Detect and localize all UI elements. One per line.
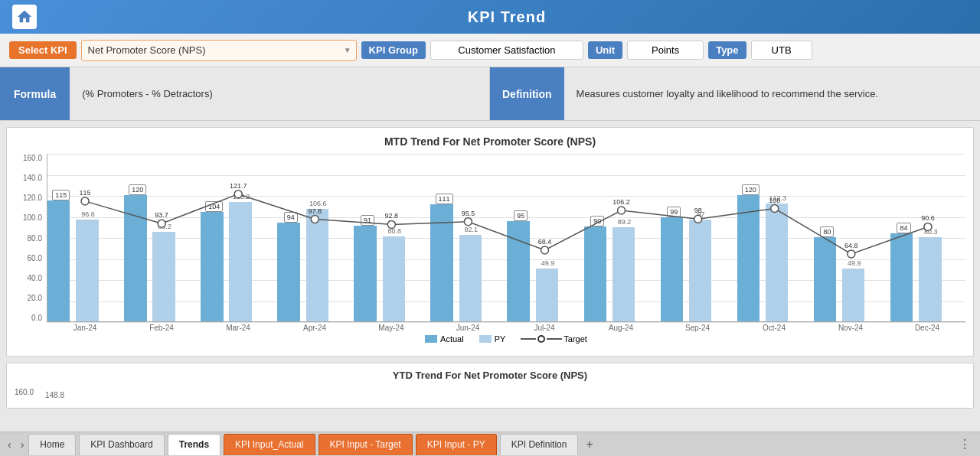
bar-py-label: 113.2 xyxy=(229,193,253,200)
month-group: 120112.3 xyxy=(737,154,812,321)
legend-target-line xyxy=(521,338,536,340)
bar-py-label: 85.2 xyxy=(152,223,176,230)
y-axis-label: 60.0 xyxy=(28,254,42,262)
unit-label: Unit xyxy=(588,41,622,59)
ytd-first-value: 148.8 xyxy=(45,391,64,399)
ytd-chart-title: YTD Trend For Net Promoter Score (NPS) xyxy=(15,370,965,381)
month-group: 11182.1 xyxy=(430,154,505,321)
tab-next-button[interactable]: › xyxy=(16,438,29,451)
month-group: 9180.8 xyxy=(354,154,429,321)
bar-actual-label: 104 xyxy=(202,203,226,210)
bar-actual-label: 111 xyxy=(432,195,456,203)
month-group: 104113.2 xyxy=(201,154,276,321)
formula-definition-row: Formula (% Promoters - % Detractors) Def… xyxy=(0,67,980,121)
formula-panel: Formula (% Promoters - % Detractors) xyxy=(0,67,490,120)
x-axis-label: Nov-24 xyxy=(812,324,889,332)
tab-kpi-input-actual[interactable]: KPI Input_Actual xyxy=(224,434,315,455)
bar-actual xyxy=(890,233,913,322)
y-axis-label: 40.0 xyxy=(28,274,42,282)
mtd-chart-title: MTD Trend For Net Promoter Score (NPS) xyxy=(15,135,965,148)
bar-actual xyxy=(661,217,683,321)
bar-py xyxy=(536,269,558,321)
x-axis-label: Feb-24 xyxy=(123,324,200,332)
bar-actual xyxy=(124,195,146,321)
month-group: 11596.6 xyxy=(47,154,122,321)
bar-actual-label: 115 xyxy=(49,191,73,199)
month-group: 9549.9 xyxy=(507,154,582,321)
y-axis-label: 100.0 xyxy=(23,213,42,222)
x-axis-label: Jan-24 xyxy=(47,324,123,332)
bar-py xyxy=(76,220,98,321)
kpi-group-value: Customer Satisfaction xyxy=(430,41,583,60)
tab-add-button[interactable]: + xyxy=(580,436,599,453)
mtd-chart-inner: 160.0140.0120.0100.080.060.040.020.00.0 … xyxy=(15,154,965,344)
bar-py xyxy=(152,232,175,321)
x-axis-label: Mar-24 xyxy=(200,324,276,332)
bar-py-label: 80.3 xyxy=(919,228,942,236)
bar-py xyxy=(459,235,482,321)
bar-py xyxy=(229,202,251,321)
legend-target: Target xyxy=(521,334,587,344)
tab-home[interactable]: Home xyxy=(28,434,76,455)
bar-py-label: 97 xyxy=(689,210,713,218)
definition-label: Definition xyxy=(490,67,564,120)
legend-actual-label: Actual xyxy=(440,334,464,344)
bar-py-label: 82.1 xyxy=(459,226,483,233)
definition-panel: Definition Measures customer loyalty and… xyxy=(490,67,980,120)
bar-py xyxy=(919,237,941,321)
legend-target-label: Target xyxy=(564,334,587,344)
bar-actual xyxy=(814,237,836,321)
month-group: 9089.2 xyxy=(584,154,659,321)
x-axis-label: May-24 xyxy=(353,324,430,332)
legend-py: PY xyxy=(479,334,506,344)
month-group: 94106.6 xyxy=(277,154,352,321)
month-group: 9997 xyxy=(661,154,736,321)
page-title: KPI Trend xyxy=(46,8,968,26)
month-group: 12085.2 xyxy=(124,154,199,321)
ytd-y-label: 160.0 xyxy=(15,388,34,396)
tab-kpi-definition[interactable]: KPI Definition xyxy=(500,434,579,455)
bar-actual-label: 84 xyxy=(892,224,916,232)
x-axis-label: Aug-24 xyxy=(583,324,659,332)
kpi-dropdown[interactable]: Net Promoter Score (NPS) ▼ xyxy=(81,40,357,61)
type-value: UTB xyxy=(751,41,812,60)
tab-prev-button[interactable]: ‹ xyxy=(3,438,16,451)
x-axis-label: Sep-24 xyxy=(659,324,736,332)
bar-py xyxy=(306,209,328,321)
tab-trends[interactable]: Trends xyxy=(168,434,220,455)
bar-py xyxy=(766,204,788,321)
bar-actual-label: 99 xyxy=(662,208,686,216)
tab-kpi-input---py[interactable]: KPI Input - PY xyxy=(416,434,497,455)
bar-actual-label: 90 xyxy=(586,217,609,225)
y-axis-label: 80.0 xyxy=(28,234,42,243)
select-kpi-button[interactable]: Select KPI xyxy=(9,41,77,59)
tab-kpi-input---target[interactable]: KPI Input - Target xyxy=(318,434,413,455)
bar-actual-label: 120 xyxy=(739,186,763,194)
bar-actual-label: 120 xyxy=(126,186,149,194)
bar-py-label: 49.9 xyxy=(842,259,866,267)
tab-menu-icon[interactable]: ⋮ xyxy=(952,437,977,451)
bar-py-label: 49.9 xyxy=(536,259,560,267)
x-axis-label: Apr-24 xyxy=(276,324,353,332)
y-axis-label: 140.0 xyxy=(23,174,42,182)
tab-bar: ‹ › HomeKPI DashboardTrendsKPI Input_Act… xyxy=(0,432,980,456)
y-axis-label: 160.0 xyxy=(23,154,42,162)
bar-actual xyxy=(47,200,70,321)
legend-target-circle xyxy=(537,335,545,343)
legend-actual: Actual xyxy=(425,334,464,344)
bar-actual xyxy=(507,221,529,321)
bar-actual-label: 80 xyxy=(815,228,839,236)
legend-py-box xyxy=(479,335,492,343)
home-icon[interactable] xyxy=(12,5,37,29)
bars-area: 11596.612085.2104113.294106.69180.811182… xyxy=(47,154,965,322)
bar-py-label: 80.8 xyxy=(383,227,407,235)
bar-actual xyxy=(737,195,760,321)
bar-py-label: 106.6 xyxy=(306,200,330,207)
bar-actual-label: 94 xyxy=(279,213,302,221)
app-header: KPI Trend xyxy=(0,0,980,34)
bar-actual xyxy=(277,223,299,321)
bar-py xyxy=(383,236,405,321)
x-axis-label: Oct-24 xyxy=(736,324,812,332)
mtd-chart-container: MTD Trend For Net Promoter Score (NPS) 1… xyxy=(6,127,974,357)
tab-kpi-dashboard[interactable]: KPI Dashboard xyxy=(79,434,164,455)
